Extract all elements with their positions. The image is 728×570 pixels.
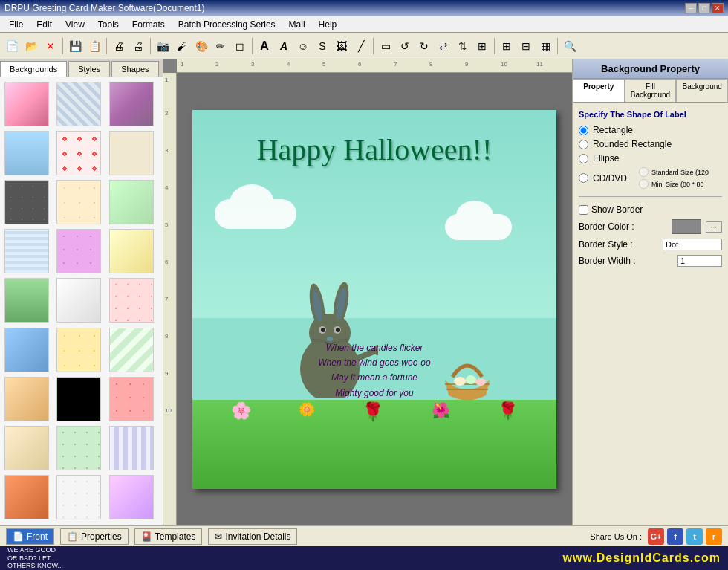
minimize-button[interactable]: ─ xyxy=(685,3,697,13)
list-item[interactable] xyxy=(4,475,49,519)
menu-batch[interactable]: Batch Processing Series xyxy=(172,18,282,31)
list-item[interactable] xyxy=(109,426,154,470)
zoom-button[interactable]: 🔍 xyxy=(561,37,579,55)
tab-styles[interactable]: Styles xyxy=(68,61,110,77)
twitter-button[interactable]: t xyxy=(686,528,703,545)
text-button[interactable]: A xyxy=(256,37,273,55)
rotate-left-button[interactable]: ↺ xyxy=(396,37,414,55)
align-button[interactable]: ⊞ xyxy=(473,37,491,55)
tab-backgrounds[interactable]: Backgrounds xyxy=(0,61,67,77)
border-color-box[interactable] xyxy=(672,219,701,234)
wordart-button[interactable]: A xyxy=(275,37,293,55)
show-border-checkbox[interactable] xyxy=(579,205,588,215)
main-area: Backgrounds Styles Shapes xyxy=(0,59,728,525)
shape-button[interactable]: ◻ xyxy=(231,37,249,55)
google-plus-button[interactable]: G+ xyxy=(648,528,664,545)
grid-button[interactable]: ⊞ xyxy=(498,37,516,55)
save-button[interactable]: 💾 xyxy=(66,37,84,55)
templates-button[interactable]: 🎴 Templates xyxy=(134,528,203,545)
paint-button[interactable]: 🎨 xyxy=(192,37,210,55)
grid3-button[interactable]: ▦ xyxy=(536,37,554,55)
tab-shapes[interactable]: Shapes xyxy=(111,61,158,77)
list-item[interactable] xyxy=(109,278,154,323)
camera-button[interactable]: 📷 xyxy=(154,37,172,55)
symbol-button[interactable]: S xyxy=(313,37,331,55)
templates-label: Templates xyxy=(155,531,196,542)
print-button[interactable]: 🖨 xyxy=(110,37,128,55)
sub-row-mini: Mini Size (80 * 80 xyxy=(639,179,709,189)
border-color-browse-button[interactable]: ··· xyxy=(706,221,722,233)
menu-file[interactable]: File xyxy=(3,18,29,31)
border-width-input[interactable] xyxy=(677,255,722,267)
menu-tools[interactable]: Tools xyxy=(92,18,125,31)
pencil-button[interactable]: ✏ xyxy=(212,37,230,55)
list-item[interactable] xyxy=(56,180,101,224)
rotate-right-button[interactable]: ↻ xyxy=(415,37,433,55)
tab-property[interactable]: Property xyxy=(573,79,625,102)
menu-help[interactable]: Help xyxy=(313,18,343,31)
tab-background[interactable]: Background xyxy=(676,79,728,102)
menu-mail[interactable]: Mail xyxy=(283,18,311,31)
brush-button[interactable]: 🖌 xyxy=(173,37,191,55)
invitation-button[interactable]: ✉ Invitation Details xyxy=(208,528,297,545)
list-item[interactable] xyxy=(4,278,49,323)
list-item[interactable] xyxy=(56,426,101,470)
border-button[interactable]: ▭ xyxy=(377,37,394,55)
image-button[interactable]: 🖼 xyxy=(333,37,351,55)
list-item[interactable] xyxy=(109,377,154,421)
list-item[interactable] xyxy=(109,475,154,519)
list-item[interactable] xyxy=(4,426,49,470)
svg-point-8 xyxy=(321,328,325,332)
flip-v-button[interactable]: ⇅ xyxy=(454,37,472,55)
list-item[interactable] xyxy=(4,328,49,372)
menu-edit[interactable]: Edit xyxy=(30,18,58,31)
radio-rectangle[interactable] xyxy=(579,126,588,135)
menu-view[interactable]: View xyxy=(59,18,91,31)
maximize-button[interactable]: □ xyxy=(698,3,710,13)
list-item[interactable] xyxy=(4,229,49,273)
radio-standard-size[interactable] xyxy=(639,167,649,177)
radio-rounded-rect[interactable] xyxy=(579,140,588,149)
border-style-input[interactable] xyxy=(663,239,722,250)
radio-cddvd[interactable] xyxy=(579,173,588,183)
list-item[interactable] xyxy=(56,229,101,273)
radio-mini-size[interactable] xyxy=(639,179,649,189)
tab-fill-background[interactable]: Fill Background xyxy=(625,79,677,102)
adbar-website[interactable]: www.DesignIdCards.com xyxy=(563,551,721,565)
open-button[interactable]: 📂 xyxy=(22,37,40,55)
grid2-button[interactable]: ⊟ xyxy=(517,37,535,55)
close-doc-button[interactable]: ✕ xyxy=(42,37,59,55)
front-button[interactable]: 📄 Front xyxy=(6,528,54,545)
close-button[interactable]: ✕ xyxy=(712,3,724,13)
rss-button[interactable]: r xyxy=(706,528,722,545)
menu-formats[interactable]: Formats xyxy=(126,18,171,31)
sub-row-standard: Standard Size (120 xyxy=(639,167,709,177)
save-as-button[interactable]: 📋 xyxy=(85,37,103,55)
list-item[interactable] xyxy=(4,180,49,224)
list-item[interactable] xyxy=(109,229,154,273)
list-item[interactable] xyxy=(4,82,49,126)
facebook-button[interactable]: f xyxy=(667,528,683,545)
line-button[interactable]: ╱ xyxy=(352,37,370,55)
list-item[interactable] xyxy=(109,180,154,224)
list-item[interactable] xyxy=(56,377,101,421)
list-item[interactable] xyxy=(56,82,101,126)
clipart-button[interactable]: ☺ xyxy=(294,37,312,55)
list-item[interactable] xyxy=(56,278,101,323)
new-button[interactable]: 📄 xyxy=(3,37,21,55)
list-item[interactable] xyxy=(109,82,154,126)
card-canvas[interactable]: Happy Halloween!! When the candles flick… xyxy=(177,73,572,525)
list-item[interactable] xyxy=(109,328,154,372)
list-item[interactable] xyxy=(56,328,101,372)
cloud-2 xyxy=(445,214,512,240)
list-item[interactable] xyxy=(56,131,101,175)
properties-button[interactable]: 📋 Properties xyxy=(60,528,129,545)
list-item[interactable] xyxy=(56,475,101,519)
list-item[interactable] xyxy=(4,377,49,421)
flip-h-button[interactable]: ⇄ xyxy=(435,37,452,55)
radio-ellipse[interactable] xyxy=(579,154,588,163)
list-item[interactable] xyxy=(109,131,154,175)
list-item[interactable] xyxy=(4,131,49,175)
ruler-vertical: 1 2 3 4 5 6 7 8 9 10 xyxy=(163,73,177,525)
print2-button[interactable]: 🖨 xyxy=(129,37,147,55)
